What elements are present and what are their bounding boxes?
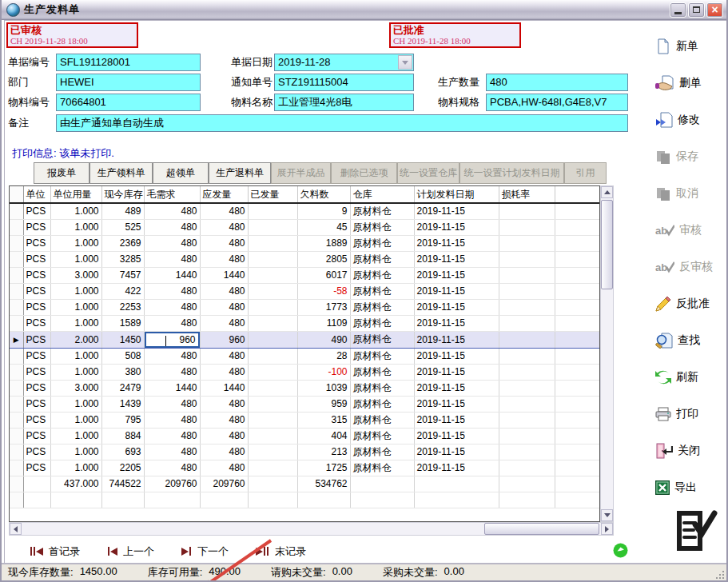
grid-cell[interactable]: 2019-11-15 bbox=[414, 460, 499, 476]
grid-cell[interactable]: PCS bbox=[23, 283, 50, 299]
previous-record-button[interactable]: 上一个 bbox=[107, 544, 154, 559]
grid-cell[interactable]: 2805 bbox=[297, 251, 350, 267]
grid-cell[interactable]: 原材料仓 bbox=[350, 412, 414, 428]
grid-cell[interactable]: 490 bbox=[297, 331, 350, 348]
grid-cell[interactable]: 209760 bbox=[144, 476, 200, 492]
grid-cell[interactable] bbox=[555, 331, 600, 348]
grid-cell[interactable] bbox=[555, 380, 600, 396]
grid-cell[interactable]: PCS bbox=[23, 235, 50, 251]
new-order-button[interactable]: 新单 bbox=[633, 35, 726, 58]
material-no-field[interactable]: 70664801 bbox=[56, 94, 201, 111]
grid-cell[interactable] bbox=[350, 476, 414, 492]
table-row[interactable]: PCS1.00023694804801889原材料仓2019-11-15 bbox=[10, 235, 600, 251]
grid-cell[interactable] bbox=[555, 299, 600, 315]
table-row[interactable]: PCS1.000693480480213原材料仓2019-11-15 bbox=[10, 444, 600, 460]
grid-cell[interactable]: PCS bbox=[23, 251, 50, 267]
grid-cell[interactable]: 1.000 bbox=[50, 299, 101, 315]
grid-cell[interactable]: 480 bbox=[200, 235, 248, 251]
grid-cell[interactable]: 原材料仓 bbox=[350, 460, 414, 476]
grid-cell[interactable]: -58 bbox=[297, 283, 350, 299]
modify-button[interactable]: 修改 bbox=[633, 109, 726, 131]
cell-editor[interactable]: 960 bbox=[145, 332, 200, 348]
grid-cell[interactable]: 原材料仓 bbox=[350, 283, 414, 299]
grid-cell[interactable] bbox=[499, 348, 555, 364]
grid-cell[interactable]: 480 bbox=[144, 396, 200, 412]
grid-cell[interactable] bbox=[248, 299, 297, 315]
production-return-button[interactable]: 生产退料单 bbox=[209, 162, 271, 184]
grid-cell[interactable] bbox=[499, 476, 555, 492]
grid-cell[interactable] bbox=[350, 492, 414, 508]
grid-cell[interactable] bbox=[200, 492, 248, 508]
vscroll-thumb[interactable] bbox=[601, 200, 613, 289]
grid-cell[interactable]: 28 bbox=[297, 348, 350, 364]
table-row[interactable]: PCS1.00032854804802805原材料仓2019-11-15 bbox=[10, 251, 600, 267]
grid-cell[interactable]: PCS bbox=[23, 348, 50, 364]
grid-cell[interactable]: 213 bbox=[297, 444, 350, 460]
grid-cell[interactable]: 原材料仓 bbox=[350, 428, 414, 444]
grid-cell[interactable]: 480 bbox=[144, 315, 200, 331]
grid-cell[interactable]: 480 bbox=[144, 299, 200, 315]
chevron-down-icon[interactable] bbox=[398, 55, 412, 70]
table-row[interactable]: PCS1.0001439480480959原材料仓2019-11-15 bbox=[10, 396, 600, 412]
grid-cell[interactable] bbox=[499, 396, 555, 412]
grid-cell[interactable]: 480 bbox=[144, 283, 200, 299]
grid-cell[interactable]: 1440 bbox=[144, 267, 200, 283]
grid-cell[interactable]: 2019-11-15 bbox=[414, 412, 499, 428]
column-header-shortage[interactable]: 欠料数 bbox=[297, 186, 350, 203]
set-warehouse-button[interactable]: 统一设置仓库 bbox=[397, 162, 459, 184]
grid-cell[interactable]: 1889 bbox=[297, 235, 350, 251]
doc-date-field[interactable]: 2019-11-28 bbox=[274, 54, 414, 71]
grid-cell[interactable] bbox=[248, 364, 297, 380]
grid-cell[interactable] bbox=[248, 428, 297, 444]
grid-cell[interactable] bbox=[248, 348, 297, 364]
grid-cell[interactable]: 209760 bbox=[200, 476, 248, 492]
grid-cell[interactable]: 2019-11-15 bbox=[414, 219, 499, 235]
next-record-button[interactable]: 下一个 bbox=[181, 544, 229, 559]
grid-cell[interactable]: 1450 bbox=[101, 331, 144, 348]
grid-cell[interactable] bbox=[248, 235, 297, 251]
grid-cell[interactable]: PCS bbox=[23, 267, 50, 283]
grid-cell[interactable] bbox=[555, 283, 600, 299]
grid-cell[interactable] bbox=[555, 348, 600, 364]
grid-cell[interactable]: 1.000 bbox=[50, 364, 101, 380]
first-record-button[interactable]: 首记录 bbox=[30, 544, 80, 559]
grid-cell[interactable]: 480 bbox=[200, 412, 248, 428]
grid-cell[interactable] bbox=[499, 412, 555, 428]
vertical-scrollbar[interactable] bbox=[600, 185, 614, 522]
grid-cell[interactable]: -100 bbox=[297, 364, 350, 380]
grid-cell[interactable] bbox=[50, 492, 101, 508]
grid-cell[interactable]: 744522 bbox=[101, 476, 144, 492]
grid-cell[interactable]: 960 bbox=[144, 331, 200, 348]
table-row[interactable]: PCS1.000795480480315原材料仓2019-11-15 bbox=[10, 412, 600, 428]
grid-cell[interactable]: 2019-11-15 bbox=[414, 235, 499, 251]
resize-grip[interactable] bbox=[715, 570, 725, 580]
save-button[interactable]: 保存 bbox=[633, 146, 726, 168]
grid-cell[interactable] bbox=[499, 235, 555, 251]
doc-no-field[interactable]: SFL191128001 bbox=[56, 54, 201, 71]
table-row[interactable]: PCS1.00015894804801109原材料仓2019-11-15 bbox=[10, 315, 600, 331]
grid-cell[interactable] bbox=[248, 219, 297, 235]
grid-cell[interactable]: PCS bbox=[23, 219, 50, 235]
grid-cell[interactable]: 3.000 bbox=[50, 267, 101, 283]
grid-cell[interactable]: 480 bbox=[144, 203, 200, 219]
grid-cell[interactable]: 534762 bbox=[297, 476, 350, 492]
grid-cell[interactable]: 原材料仓 bbox=[350, 396, 414, 412]
grid-cell[interactable] bbox=[555, 315, 600, 331]
grid-cell[interactable] bbox=[248, 412, 297, 428]
grid-cell[interactable]: 7457 bbox=[101, 267, 144, 283]
grid-cell[interactable]: 1.000 bbox=[50, 412, 101, 428]
grid-cell[interactable]: 480 bbox=[144, 364, 200, 380]
grid-cell[interactable] bbox=[555, 492, 600, 508]
grid-cell[interactable]: 480 bbox=[200, 283, 248, 299]
reference-button[interactable]: 引用 bbox=[564, 162, 607, 184]
grid-cell[interactable]: 480 bbox=[144, 444, 200, 460]
table-row[interactable]: PCS3.0007457144014406017原材料仓2019-11-15 bbox=[10, 267, 600, 283]
grid-cell[interactable]: 480 bbox=[200, 396, 248, 412]
grid-cell[interactable] bbox=[248, 476, 297, 492]
grid-cell[interactable]: 原材料仓 bbox=[350, 203, 414, 219]
print-button[interactable]: 打印 bbox=[633, 403, 726, 425]
grid-cell[interactable]: PCS bbox=[23, 331, 50, 348]
grid-cell[interactable]: 525 bbox=[101, 219, 144, 235]
grid-cell[interactable]: 2019-11-15 bbox=[414, 444, 499, 460]
grid-cell[interactable]: 795 bbox=[101, 412, 144, 428]
